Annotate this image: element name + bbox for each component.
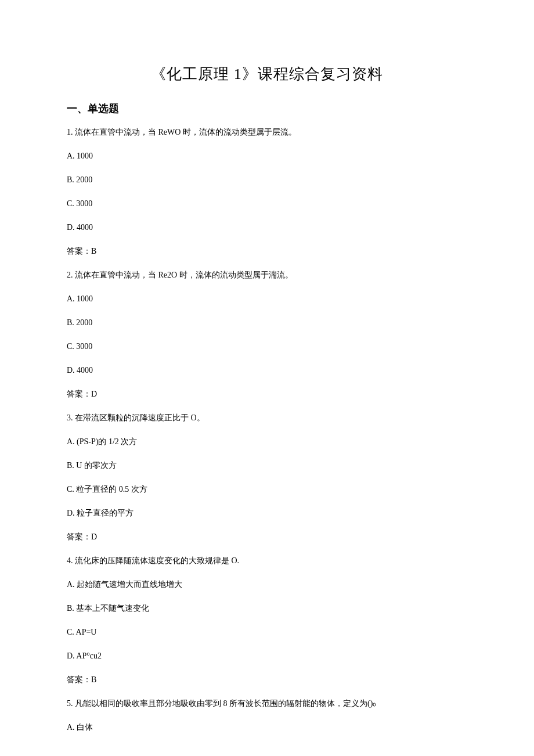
option-d: D. 4000 — [67, 364, 467, 376]
option-b: B. 2000 — [67, 174, 467, 186]
option-c: C. 3000 — [67, 197, 467, 210]
document-page: 《化工原理 1》课程综合复习资料 一、单选题 1. 流体在直管中流动，当 ReW… — [0, 0, 534, 756]
question-stem: 1. 流体在直管中流动，当 ReWO 时，流体的流动类型属于层流。 — [67, 126, 467, 138]
answer: 答案：D — [67, 388, 467, 400]
question-stem: 4. 流化床的压降随流体速度变化的大致规律是 O. — [67, 555, 467, 567]
option-d: D. 粒子直径的平方 — [67, 507, 467, 519]
option-b: B. 基本上不随气速变化 — [67, 602, 467, 614]
option-d: D. 4000 — [67, 221, 467, 233]
option-a: A. (PS-P)的 1/2 次方 — [67, 435, 467, 448]
answer: 答案：B — [67, 674, 467, 686]
option-c: C. 粒子直径的 0.5 次方 — [67, 483, 467, 495]
option-c: C. 3000 — [67, 340, 467, 352]
section-heading: 一、单选题 — [67, 102, 467, 116]
option-b: B. U 的零次方 — [67, 459, 467, 471]
option-a: A. 1000 — [67, 293, 467, 305]
option-a: A. 起始随气速增大而直线地增大 — [67, 578, 467, 591]
option-a: A. 白体 — [67, 721, 467, 733]
answer: 答案：D — [67, 531, 467, 543]
option-d: D. AP°cu2 — [67, 650, 467, 662]
document-title: 《化工原理 1》课程综合复习资料 — [67, 64, 467, 84]
question-stem: 3. 在滞流区颗粒的沉降速度正比于 O。 — [67, 412, 467, 424]
option-a: A. 1000 — [67, 150, 467, 162]
question-stem: 5. 凡能以相同的吸收率且部分地吸收由零到 8 所有波长范围的辐射能的物体，定义… — [67, 697, 467, 710]
option-c: C. AP=U — [67, 626, 467, 638]
answer: 答案：B — [67, 245, 467, 257]
option-b: B. 2000 — [67, 316, 467, 329]
question-stem: 2. 流体在直管中流动，当 Re2O 时，流体的流动类型属于湍流。 — [67, 269, 467, 281]
